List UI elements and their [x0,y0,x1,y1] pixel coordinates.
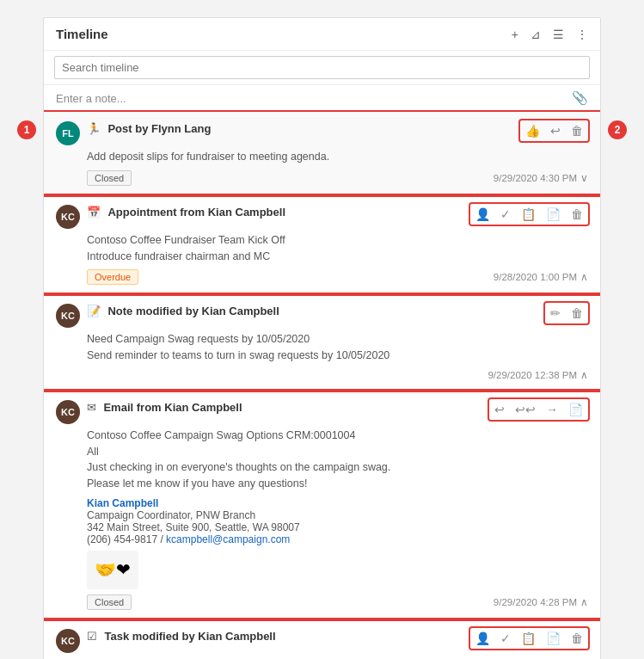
more-icon[interactable]: ⋮ [576,28,588,41]
paperclip-icon[interactable]: 📎 [572,90,588,106]
thumbsup-button[interactable]: 👍 [524,122,542,139]
post-title: Post by Flynn Lang [107,122,211,135]
post-type-icon: 🏃 [87,122,101,135]
task-item: KC ☑ Task modified by Kian Campbell 👤 ✓ … [44,619,600,659]
email-title: Email from Kian Campbell [103,401,242,414]
appointment-status: Overdue [87,269,138,285]
add-icon[interactable]: + [512,28,518,41]
email-item-left: KC ✉ Email from Kian Campbell [56,399,242,424]
note-title: Note modified by Kian Campbell [107,305,279,317]
avatar-kc-email: KC [56,400,80,424]
signature-email-link[interactable]: kcampbell@campaign.com [166,533,290,545]
note-item-left: KC 📝 Note modified by Kian Campbell [56,303,279,328]
signature-title: Campaign Coordinator, PNW Branch [87,509,588,521]
task-item-header: KC ☑ Task modified by Kian Campbell 👤 ✓ … [56,628,588,653]
label-2: 2 [608,120,627,139]
email-timestamp: 9/29/2020 4:28 PM ∧ [494,596,588,608]
email-actions: ↩ ↩↩ → 📄 [489,399,588,420]
post-timestamp: 9/29/2020 4:30 PM ∨ [494,172,588,184]
avatar-kc-task: KC [56,629,80,653]
reply-button[interactable]: ↩ [549,122,562,139]
timeline-panel: Timeline + ⊿ ☰ ⋮ Enter a note... 📎 FL [43,17,601,659]
appointment-footer: Overdue 9/28/2020 1:00 PM ∧ [87,269,588,285]
note-item-header: KC 📝 Note modified by Kian Campbell ✏ 🗑 [56,303,588,328]
appointment-body: Contoso Coffee Fundraiser Team Kick Off … [87,232,588,265]
task-actions: 👤 ✓ 📋 📄 🗑 [470,628,588,649]
search-bar [44,51,600,85]
convert-button[interactable]: 📄 [544,206,562,223]
post-body: Add deposit slips for fundraiser to meet… [87,149,588,165]
assign-button[interactable]: 👤 [474,206,492,223]
main-container: 1 Timeline + ⊿ ☰ ⋮ Enter a note... 📎 [17,17,627,659]
note-placeholder[interactable]: Enter a note... [56,92,126,105]
email-body: Contoso Coffee Campaign Swag Options CRM… [87,428,588,492]
post-status: Closed [87,170,132,186]
post-item: FL 🏃 Post by Flynn Lang 👍 ↩ 🗑 Add deposi… [44,112,600,195]
note-chevron-up-icon[interactable]: ∧ [580,369,588,381]
note-actions: ✏ 🗑 [545,303,588,323]
filter-icon[interactable]: ⊿ [531,28,541,41]
sort-icon[interactable]: ☰ [553,28,564,41]
task-type-icon: ☑ [87,630,97,643]
convert-email-button[interactable]: 📄 [567,401,585,418]
reply-email-button[interactable]: ↩ [493,401,506,418]
avatar-kc-note: KC [56,304,80,328]
edit-button[interactable]: ✏ [549,305,562,322]
signature-address: 342 Main Street, Suite 900, Seattle, WA … [87,521,588,533]
complete-button[interactable]: ✓ [499,206,512,223]
email-footer: Closed 9/29/2020 4:28 PM ∧ [87,594,588,610]
search-input[interactable] [54,56,590,79]
note-type-icon: 📝 [87,305,101,317]
copy-button[interactable]: 📋 [519,206,537,223]
note-timestamp: 9/29/2020 12:38 PM ∧ [488,369,588,381]
avatar-kc-appt: KC [56,205,80,229]
post-item-left: FL 🏃 Post by Flynn Lang [56,120,211,145]
email-status: Closed [87,594,132,610]
note-footer: 9/29/2020 12:38 PM ∧ [87,369,588,381]
task-item-left: KC ☑ Task modified by Kian Campbell [56,628,276,653]
reply-all-button[interactable]: ↩↩ [513,401,537,418]
post-footer: Closed 9/29/2020 4:30 PM ∨ [87,170,588,186]
chevron-up-icon[interactable]: ∧ [580,271,588,283]
label-1: 1 [17,120,36,139]
task-assign-button[interactable]: 👤 [474,630,492,647]
email-type-icon: ✉ [87,401,96,414]
email-item-header: KC ✉ Email from Kian Campbell ↩ ↩↩ → 📄 [56,399,588,424]
forward-button[interactable]: → [544,401,560,418]
signature-name: Kian Campbell [87,497,588,509]
email-item: KC ✉ Email from Kian Campbell ↩ ↩↩ → 📄 C… [44,391,600,619]
appointment-actions: 👤 ✓ 📋 📄 🗑 [470,204,588,225]
email-image: 🤝❤ [87,551,588,589]
signature-phone: (206) 454-9817 / kcampbell@campaign.com [87,533,588,545]
panel-title: Timeline [56,27,108,41]
chevron-down-icon[interactable]: ∨ [580,172,588,184]
email-signature: Kian Campbell Campaign Coordinator, PNW … [87,497,588,545]
appointment-item-left: KC 📅 Appointment from Kian Campbell [56,204,285,229]
delete-button[interactable]: 🗑 [569,122,585,139]
note-item: KC 📝 Note modified by Kian Campbell ✏ 🗑 … [44,294,600,391]
email-logo: 🤝❤ [87,551,138,589]
task-title: Task modified by Kian Campbell [104,630,275,643]
appointment-timestamp: 9/28/2020 1:00 PM ∧ [494,271,588,283]
delete-appt-button[interactable]: 🗑 [569,206,585,223]
header-icons: + ⊿ ☰ ⋮ [512,28,588,41]
appointment-title: Appointment from Kian Campbell [107,206,285,219]
post-item-header: FL 🏃 Post by Flynn Lang 👍 ↩ 🗑 [56,120,588,145]
task-delete-button[interactable]: 🗑 [569,630,585,647]
post-actions: 👍 ↩ 🗑 [520,120,588,141]
delete-note-button[interactable]: 🗑 [569,305,585,322]
email-chevron-up-icon[interactable]: ∧ [580,596,588,608]
task-copy-button[interactable]: 📋 [519,630,537,647]
task-complete-button[interactable]: ✓ [499,630,512,647]
appointment-item: KC 📅 Appointment from Kian Campbell 👤 ✓ … [44,195,600,295]
task-convert-button[interactable]: 📄 [544,630,562,647]
note-body: Need Campaign Swag requests by 10/05/202… [87,331,588,364]
note-bar: Enter a note... 📎 [44,85,600,112]
panel-header: Timeline + ⊿ ☰ ⋮ [44,18,600,51]
appointment-item-header: KC 📅 Appointment from Kian Campbell 👤 ✓ … [56,204,588,229]
avatar-fl: FL [56,121,80,145]
appt-type-icon: 📅 [87,206,101,219]
